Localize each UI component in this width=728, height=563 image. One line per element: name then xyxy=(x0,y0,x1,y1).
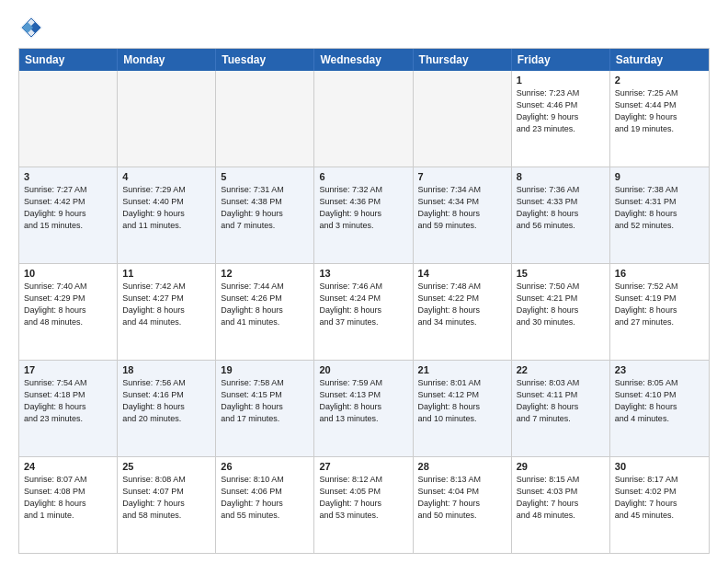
day-number: 4 xyxy=(122,171,210,182)
day-info: Sunrise: 7:52 AM Sunset: 4:19 PM Dayligh… xyxy=(615,281,704,328)
day-number: 19 xyxy=(221,364,309,375)
calendar-header: SundayMondayTuesdayWednesdayThursdayFrid… xyxy=(19,49,709,71)
calendar-body: 1Sunrise: 7:23 AM Sunset: 4:46 PM Daylig… xyxy=(19,71,709,553)
day-number: 16 xyxy=(615,268,704,279)
day-info: Sunrise: 7:54 AM Sunset: 4:18 PM Dayligh… xyxy=(24,377,112,425)
day-cell-3: 3Sunrise: 7:27 AM Sunset: 4:42 PM Daylig… xyxy=(19,167,118,263)
day-cell-5: 5Sunrise: 7:31 AM Sunset: 4:38 PM Daylig… xyxy=(216,167,314,263)
day-cell-1: 1Sunrise: 7:23 AM Sunset: 4:46 PM Daylig… xyxy=(512,71,610,167)
day-cell-2: 2Sunrise: 7:25 AM Sunset: 4:44 PM Daylig… xyxy=(610,71,709,167)
day-number: 11 xyxy=(122,268,210,279)
day-info: Sunrise: 7:27 AM Sunset: 4:42 PM Dayligh… xyxy=(24,184,112,232)
day-cell-15: 15Sunrise: 7:50 AM Sunset: 4:21 PM Dayli… xyxy=(512,264,610,360)
day-info: Sunrise: 7:44 AM Sunset: 4:26 PM Dayligh… xyxy=(221,281,309,328)
day-cell-18: 18Sunrise: 7:56 AM Sunset: 4:16 PM Dayli… xyxy=(118,361,216,456)
day-cell-6: 6Sunrise: 7:32 AM Sunset: 4:36 PM Daylig… xyxy=(314,167,413,263)
day-cell-30: 30Sunrise: 8:17 AM Sunset: 4:02 PM Dayli… xyxy=(610,457,709,553)
logo xyxy=(18,15,48,40)
calendar-row-0: 1Sunrise: 7:23 AM Sunset: 4:46 PM Daylig… xyxy=(19,71,709,167)
day-info: Sunrise: 7:59 AM Sunset: 4:13 PM Dayligh… xyxy=(319,377,407,425)
weekday-header-saturday: Saturday xyxy=(610,49,709,71)
day-cell-26: 26Sunrise: 8:10 AM Sunset: 4:06 PM Dayli… xyxy=(216,457,314,553)
empty-cell xyxy=(314,71,413,167)
day-cell-25: 25Sunrise: 8:08 AM Sunset: 4:07 PM Dayli… xyxy=(118,457,216,553)
day-cell-13: 13Sunrise: 7:46 AM Sunset: 4:24 PM Dayli… xyxy=(314,264,413,360)
day-number: 10 xyxy=(24,268,112,279)
empty-cell xyxy=(19,71,118,167)
day-number: 26 xyxy=(221,461,309,472)
day-info: Sunrise: 7:25 AM Sunset: 4:44 PM Dayligh… xyxy=(615,87,704,135)
calendar-row-1: 3Sunrise: 7:27 AM Sunset: 4:42 PM Daylig… xyxy=(19,167,709,264)
day-cell-12: 12Sunrise: 7:44 AM Sunset: 4:26 PM Dayli… xyxy=(216,264,314,360)
calendar-row-3: 17Sunrise: 7:54 AM Sunset: 4:18 PM Dayli… xyxy=(19,361,709,457)
day-cell-29: 29Sunrise: 8:15 AM Sunset: 4:03 PM Dayli… xyxy=(512,457,610,553)
calendar-row-4: 24Sunrise: 8:07 AM Sunset: 4:08 PM Dayli… xyxy=(19,457,709,553)
day-info: Sunrise: 7:29 AM Sunset: 4:40 PM Dayligh… xyxy=(122,184,210,232)
day-number: 6 xyxy=(319,171,407,182)
day-cell-9: 9Sunrise: 7:38 AM Sunset: 4:31 PM Daylig… xyxy=(610,167,709,263)
weekday-header-sunday: Sunday xyxy=(19,49,118,71)
day-cell-27: 27Sunrise: 8:12 AM Sunset: 4:05 PM Dayli… xyxy=(314,457,413,553)
day-number: 22 xyxy=(517,364,605,375)
header xyxy=(18,15,710,40)
day-info: Sunrise: 8:03 AM Sunset: 4:11 PM Dayligh… xyxy=(517,377,605,425)
day-cell-20: 20Sunrise: 7:59 AM Sunset: 4:13 PM Dayli… xyxy=(314,361,413,456)
day-number: 1 xyxy=(517,75,605,86)
day-cell-14: 14Sunrise: 7:48 AM Sunset: 4:22 PM Dayli… xyxy=(414,264,512,360)
day-info: Sunrise: 8:10 AM Sunset: 4:06 PM Dayligh… xyxy=(221,474,309,522)
day-info: Sunrise: 8:15 AM Sunset: 4:03 PM Dayligh… xyxy=(517,474,605,522)
weekday-header-thursday: Thursday xyxy=(414,49,512,71)
day-info: Sunrise: 8:13 AM Sunset: 4:04 PM Dayligh… xyxy=(418,474,506,522)
day-info: Sunrise: 8:12 AM Sunset: 4:05 PM Dayligh… xyxy=(319,474,407,522)
calendar-container: SundayMondayTuesdayWednesdayThursdayFrid… xyxy=(18,48,710,554)
day-number: 5 xyxy=(221,171,309,182)
day-number: 13 xyxy=(319,268,407,279)
day-cell-7: 7Sunrise: 7:34 AM Sunset: 4:34 PM Daylig… xyxy=(414,167,512,263)
day-cell-8: 8Sunrise: 7:36 AM Sunset: 4:33 PM Daylig… xyxy=(512,167,610,263)
day-info: Sunrise: 7:42 AM Sunset: 4:27 PM Dayligh… xyxy=(122,281,210,328)
day-cell-21: 21Sunrise: 8:01 AM Sunset: 4:12 PM Dayli… xyxy=(414,361,512,456)
day-number: 23 xyxy=(615,364,704,375)
calendar-row-2: 10Sunrise: 7:40 AM Sunset: 4:29 PM Dayli… xyxy=(19,264,709,361)
day-info: Sunrise: 7:36 AM Sunset: 4:33 PM Dayligh… xyxy=(517,184,605,232)
day-number: 9 xyxy=(615,171,704,182)
day-info: Sunrise: 8:07 AM Sunset: 4:08 PM Dayligh… xyxy=(24,474,112,522)
day-number: 27 xyxy=(319,461,407,472)
weekday-header-wednesday: Wednesday xyxy=(314,49,413,71)
day-number: 2 xyxy=(615,75,704,86)
day-info: Sunrise: 7:40 AM Sunset: 4:29 PM Dayligh… xyxy=(24,281,112,328)
day-cell-22: 22Sunrise: 8:03 AM Sunset: 4:11 PM Dayli… xyxy=(512,361,610,456)
empty-cell xyxy=(216,71,314,167)
day-info: Sunrise: 8:05 AM Sunset: 4:10 PM Dayligh… xyxy=(615,377,704,425)
weekday-header-monday: Monday xyxy=(118,49,216,71)
weekday-header-friday: Friday xyxy=(512,49,610,71)
day-number: 14 xyxy=(418,268,506,279)
day-info: Sunrise: 7:31 AM Sunset: 4:38 PM Dayligh… xyxy=(221,184,309,232)
weekday-header-tuesday: Tuesday xyxy=(216,49,314,71)
day-cell-28: 28Sunrise: 8:13 AM Sunset: 4:04 PM Dayli… xyxy=(414,457,512,553)
day-cell-10: 10Sunrise: 7:40 AM Sunset: 4:29 PM Dayli… xyxy=(19,264,118,360)
day-number: 3 xyxy=(24,171,112,182)
day-number: 29 xyxy=(517,461,605,472)
day-number: 17 xyxy=(24,364,112,375)
empty-cell xyxy=(414,71,512,167)
empty-cell xyxy=(118,71,216,167)
day-cell-4: 4Sunrise: 7:29 AM Sunset: 4:40 PM Daylig… xyxy=(118,167,216,263)
day-info: Sunrise: 7:50 AM Sunset: 4:21 PM Dayligh… xyxy=(517,281,605,328)
day-info: Sunrise: 7:34 AM Sunset: 4:34 PM Dayligh… xyxy=(418,184,506,232)
day-info: Sunrise: 7:32 AM Sunset: 4:36 PM Dayligh… xyxy=(319,184,407,232)
day-info: Sunrise: 8:17 AM Sunset: 4:02 PM Dayligh… xyxy=(615,474,704,522)
day-number: 24 xyxy=(24,461,112,472)
day-cell-16: 16Sunrise: 7:52 AM Sunset: 4:19 PM Dayli… xyxy=(610,264,709,360)
day-info: Sunrise: 7:56 AM Sunset: 4:16 PM Dayligh… xyxy=(122,377,210,425)
day-number: 20 xyxy=(319,364,407,375)
day-cell-17: 17Sunrise: 7:54 AM Sunset: 4:18 PM Dayli… xyxy=(19,361,118,456)
day-number: 8 xyxy=(517,171,605,182)
day-number: 28 xyxy=(418,461,506,472)
day-cell-11: 11Sunrise: 7:42 AM Sunset: 4:27 PM Dayli… xyxy=(118,264,216,360)
logo-icon xyxy=(18,15,44,40)
day-number: 25 xyxy=(122,461,210,472)
day-number: 15 xyxy=(517,268,605,279)
day-info: Sunrise: 8:08 AM Sunset: 4:07 PM Dayligh… xyxy=(122,474,210,522)
day-info: Sunrise: 8:01 AM Sunset: 4:12 PM Dayligh… xyxy=(418,377,506,425)
